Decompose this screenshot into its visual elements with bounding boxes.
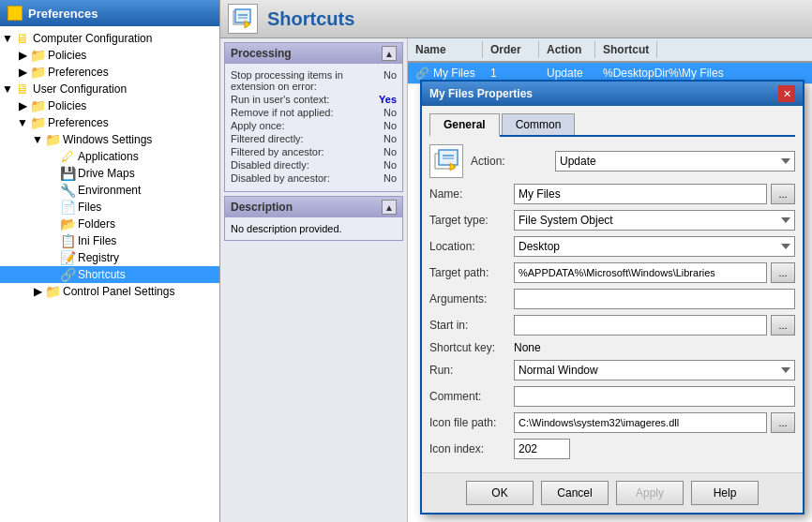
run-label: Run: bbox=[429, 364, 514, 377]
processing-row-value: No bbox=[383, 107, 397, 118]
processing-row-value: No bbox=[383, 69, 397, 92]
icon-file-path-input[interactable] bbox=[514, 412, 767, 433]
tree-item-icon: 🖥 bbox=[15, 31, 30, 46]
shortcut-key-row: Shortcut key: None bbox=[429, 341, 795, 354]
tree-item-applications[interactable]: 🖊Applications bbox=[0, 148, 219, 165]
expand-icon[interactable]: ▶ bbox=[15, 65, 30, 80]
location-select[interactable]: Desktop Start Menu Programs bbox=[514, 236, 795, 257]
description-collapse-btn[interactable]: ▲ bbox=[382, 200, 397, 215]
icon-index-input[interactable] bbox=[514, 439, 570, 459]
expand-icon[interactable]: ▼ bbox=[0, 82, 15, 97]
tree-item-icon: 📁 bbox=[45, 284, 60, 299]
expand-icon[interactable]: ▶ bbox=[30, 284, 45, 299]
shortcut-key-control: None bbox=[514, 341, 795, 354]
tree-item-drive-maps[interactable]: 💾Drive Maps bbox=[0, 165, 219, 182]
tree-item-control-panel[interactable]: ▶📁Control Panel Settings bbox=[0, 283, 219, 300]
expand-icon[interactable]: ▼ bbox=[0, 31, 15, 46]
top-bar: Shortcuts bbox=[220, 0, 812, 38]
tab-common[interactable]: Common bbox=[502, 113, 576, 135]
ok-button[interactable]: OK bbox=[466, 481, 534, 505]
tree-item-user-config[interactable]: ▼🖥User Configuration bbox=[0, 81, 219, 97]
icon-file-path-label: Icon file path: bbox=[429, 416, 514, 429]
processing-row: Filtered by ancestor:No bbox=[231, 146, 397, 157]
expand-icon[interactable]: ▼ bbox=[30, 132, 45, 147]
name-control: ... bbox=[514, 184, 795, 204]
tree-item-icon: 🖊 bbox=[60, 149, 75, 164]
tree-item-icon: 📋 bbox=[60, 233, 75, 248]
col-name: Name bbox=[408, 41, 483, 58]
dialog-titlebar: My Files Properties ✕ bbox=[422, 82, 803, 106]
processing-row-label: Remove if not applied: bbox=[231, 107, 333, 118]
col-shortcut: Shortcut bbox=[595, 41, 657, 58]
dialog-tabs: General Common bbox=[429, 113, 795, 137]
processing-row-label: Disabled by ancestor: bbox=[231, 172, 330, 184]
action-select[interactable]: Update Create Replace Delete bbox=[555, 151, 795, 172]
target-type-select[interactable]: File System Object URL bbox=[514, 210, 795, 231]
name-row: Name: ... bbox=[429, 184, 795, 204]
tree-item-label: Policies bbox=[48, 49, 86, 62]
location-label: Location: bbox=[429, 240, 514, 253]
icon-file-path-browse-btn[interactable]: ... bbox=[771, 412, 795, 433]
tree-item-preferences-cc[interactable]: ▶📁Preferences bbox=[0, 64, 219, 81]
start-in-input[interactable] bbox=[514, 315, 767, 336]
processing-row: Remove if not applied:No bbox=[231, 107, 397, 118]
cancel-button[interactable]: Cancel bbox=[541, 481, 609, 505]
start-in-label: Start in: bbox=[429, 319, 514, 332]
tree-item-label: Folders bbox=[78, 217, 115, 231]
shortcuts-icon bbox=[228, 4, 258, 34]
tree-item-windows-settings[interactable]: ▼📁Windows Settings bbox=[0, 131, 219, 148]
target-path-control: ... bbox=[514, 262, 795, 283]
expand-icon[interactable]: ▶ bbox=[15, 48, 30, 63]
tree-item-shortcuts[interactable]: 🔗Shortcuts bbox=[0, 266, 219, 283]
name-browse-btn[interactable]: ... bbox=[771, 184, 795, 204]
description-content: No description provided. bbox=[225, 217, 402, 240]
run-select[interactable]: Normal Window Minimized Maximized bbox=[514, 360, 795, 380]
tree-item-icon: 💾 bbox=[60, 166, 75, 181]
expand-icon[interactable]: ▼ bbox=[15, 115, 30, 130]
shortcut-key-label: Shortcut key: bbox=[429, 341, 514, 354]
tree-item-computer-config[interactable]: ▼🖥Computer Configuration bbox=[0, 30, 219, 47]
target-path-input[interactable] bbox=[514, 262, 767, 283]
apply-button[interactable]: Apply bbox=[616, 481, 684, 505]
expand-icon[interactable]: ▶ bbox=[15, 98, 30, 113]
tree-item-policies-uc[interactable]: ▶📁Policies bbox=[0, 97, 219, 114]
description-header[interactable]: Description ▲ bbox=[225, 197, 402, 217]
target-path-browse-btn[interactable]: ... bbox=[771, 262, 795, 283]
dialog-close-button[interactable]: ✕ bbox=[778, 85, 795, 102]
run-row: Run: Normal Window Minimized Maximized bbox=[429, 360, 795, 380]
tab-general[interactable]: General bbox=[429, 113, 500, 137]
tree-item-files[interactable]: 📄Files bbox=[0, 199, 219, 216]
arguments-row: Arguments: bbox=[429, 289, 795, 309]
processing-row-value: No bbox=[383, 172, 397, 184]
arguments-input[interactable] bbox=[514, 289, 795, 309]
tree-item-label: Drive Maps bbox=[78, 167, 135, 180]
tree-item-environment[interactable]: 🔧Environment bbox=[0, 182, 219, 199]
comment-row: Comment: bbox=[429, 386, 795, 407]
icon-index-control bbox=[514, 439, 795, 459]
processing-row-value: No bbox=[383, 159, 397, 171]
help-button[interactable]: Help bbox=[691, 481, 759, 505]
start-in-browse-btn[interactable]: ... bbox=[771, 315, 795, 336]
tree-item-icon: 📁 bbox=[45, 132, 60, 147]
tree-item-preferences-uc[interactable]: ▼📁Preferences bbox=[0, 114, 219, 131]
tree-item-folders[interactable]: 📂Folders bbox=[0, 216, 219, 232]
svg-rect-6 bbox=[439, 150, 458, 165]
tree-item-registry[interactable]: 📝Registry bbox=[0, 249, 219, 266]
dialog-title: My Files Properties bbox=[429, 87, 533, 100]
tree-view: ▼🖥Computer Configuration▶📁Policies▶📁Pref… bbox=[0, 30, 219, 300]
header-icon bbox=[8, 6, 23, 21]
tree-item-label: Computer Configuration bbox=[33, 32, 152, 45]
processing-header[interactable]: Processing ▲ bbox=[225, 43, 402, 64]
arguments-control bbox=[514, 289, 795, 309]
processing-collapse-btn[interactable]: ▲ bbox=[382, 46, 397, 61]
comment-input[interactable] bbox=[514, 386, 795, 407]
name-input[interactable] bbox=[514, 184, 767, 204]
description-title: Description bbox=[231, 201, 293, 214]
target-type-control: File System Object URL bbox=[514, 210, 795, 231]
comment-control bbox=[514, 386, 795, 407]
tree-item-ini-files[interactable]: 📋Ini Files bbox=[0, 232, 219, 249]
action-label: Action: bbox=[471, 155, 555, 168]
tree-item-policies[interactable]: ▶📁Policies bbox=[0, 47, 219, 64]
processing-title: Processing bbox=[231, 47, 292, 60]
properties-dialog: My Files Properties ✕ General Common Act… bbox=[420, 80, 804, 515]
